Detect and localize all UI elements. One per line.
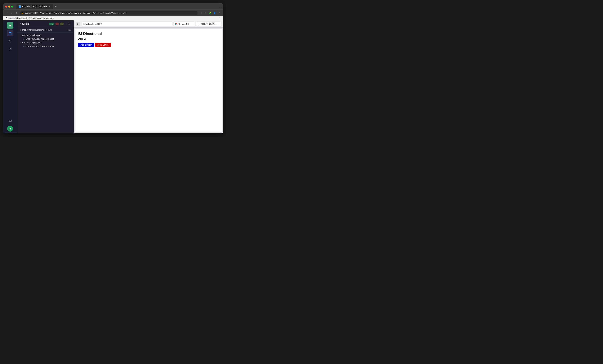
browser-window: module-federation-examples ✕ + ⌄ ‹ › ↻ 🔒… [3,3,223,133]
viewport-icon [198,23,200,25]
extension-button[interactable]: 🧩 [208,11,212,15]
specs-heading: ≡ Specs [20,22,30,25]
test-row-1[interactable]: ✓ Check that App 1 header is exist [20,37,71,41]
preview-nav-icon[interactable]: ⟳ [76,22,80,26]
banner-close-button[interactable]: ✕ [219,17,220,20]
tab-close-button[interactable]: ✕ [48,5,51,8]
tab-more-button[interactable]: ⌄ [219,5,221,8]
title-bar: module-federation-examples ✕ + ⌄ [3,3,223,10]
preview-frame: Bi-Directional App 2 App 2 Button App 1 … [75,29,221,132]
tab-favicon [19,5,21,8]
preview-url-bar[interactable]: http://localhost:3002/ [81,22,172,26]
preview-toolbar: ⟳ http://localhost:3002/ Chrome 109 ▾ 19… [74,21,223,28]
app-content: Bi-Directional App 2 App 2 Button App 1 … [75,29,221,132]
chrome-icon [175,23,177,25]
nav-bar: ‹ › ↻ 🔒 localhost:3002/__/#/specs/runner… [3,10,223,16]
viewport-selector[interactable]: 1920x1080 (61%) ▾ [196,22,221,26]
test-row-2[interactable]: ✓ Check that App 2 header is exist [20,45,71,48]
traffic-lights [5,6,13,8]
suite-row-2[interactable]: ▾ Check example App 2 [20,41,71,45]
test-label-1: Check that App 1 header is exist [25,38,54,40]
main-content: ◼ [3,21,223,133]
svg-rect-2 [9,34,11,34]
checkmark-icon: ✓ [50,23,51,25]
address-text: localhost:3002/__/#/specs/runner?file=ad… [25,12,127,14]
pending-badge: ·· [60,22,64,25]
app-subtitle: App 2 [78,37,218,40]
controlled-banner: Chrome is being controlled by automated … [3,16,223,21]
test-panel: ≡ Specs ✓ 2 × ·· ▾ ↻ [17,21,74,133]
svg-point-6 [9,40,10,41]
tab-bar: module-federation-examples ✕ + ⌄ [16,4,221,9]
dropdown-button[interactable]: ▾ [65,22,67,25]
tab-title: module-federation-examples [22,5,47,8]
minimize-button[interactable] [8,6,10,8]
refresh-tests-button[interactable]: ↻ [68,22,71,25]
back-button[interactable]: ‹ [5,11,9,15]
cypress-logo[interactable]: cy [7,126,13,132]
nav-actions: ⬆ ☆ 🧩 👤 ⋮ [199,11,221,15]
suite-label-2: Check example App 2 [22,42,41,44]
fail-count: × [57,23,58,25]
file-icon: □ [20,29,21,31]
test-pass-icon-1: ✓ [23,38,24,40]
file-name-text: checkAutomaticVendorApps [22,29,46,31]
new-tab-button[interactable]: + [54,5,58,9]
refresh-button[interactable]: ↻ [15,11,19,15]
viewport-chevron-icon: ▾ [219,23,220,25]
test-suites-container: ▾ Check example App 1 ✓ Check that App 1… [17,33,74,49]
file-row[interactable]: □ checkAutomaticVendorApps .cy.ts 00:02 [17,27,74,33]
profile-button[interactable]: 👤 [213,11,217,15]
suite-arrow-icon-1: ▾ [21,34,21,36]
specs-title: Specs [22,22,29,25]
svg-point-8 [9,42,10,42]
suite-label-1: Check example App 1 [22,34,41,36]
svg-rect-0 [9,32,11,33]
app-title: Bi-Directional [78,32,218,36]
viewport-text: 1920x1080 (61%) [201,23,217,25]
lock-icon: 🔒 [22,12,24,14]
test-controls: ✓ 2 × ·· ▾ ↻ [49,22,71,25]
sidebar-icon-settings[interactable] [7,46,13,52]
browser-chevron-icon: ▾ [193,23,194,25]
sidebar-icon-specs[interactable] [7,30,13,36]
suite-arrow-icon-2: ▾ [21,42,21,44]
maximize-button[interactable] [11,6,13,8]
app2-button[interactable]: App 2 Button [78,43,94,47]
test-label-2: Check that App 2 header is exist [25,45,54,48]
pass-count: 2 [52,23,53,25]
address-bar[interactable]: 🔒 localhost:3002/__/#/specs/runner?file=… [20,11,197,15]
sidebar-bottom: cy [7,118,13,132]
test-panel-header: ≡ Specs ✓ 2 × ·· ▾ ↻ [17,21,74,27]
close-button[interactable] [5,6,7,8]
sidebar-icon-keyboard[interactable] [7,118,13,124]
bookmark-button[interactable]: ☆ [204,11,208,15]
banner-text: Chrome is being controlled by automated … [6,17,54,19]
test-pass-icon-2: ✓ [23,45,24,48]
preview-url-text: http://localhost:3002/ [83,23,102,25]
fail-badge: × [55,22,59,25]
svg-rect-1 [9,33,11,33]
active-tab[interactable]: module-federation-examples ✕ [16,4,53,9]
pending-dots: ·· [61,23,62,25]
menu-button[interactable]: ⋮ [217,11,221,15]
file-name-container: □ checkAutomaticVendorApps .cy.ts [20,29,52,31]
suite-row-1[interactable]: ▾ Check example App 1 [20,33,71,37]
svg-point-9 [10,48,11,49]
svg-rect-16 [198,23,200,25]
preview-area: ⟳ http://localhost:3002/ Chrome 109 ▾ 19… [74,21,223,133]
browser-name: Chrome 109 [178,23,189,25]
pass-badge: ✓ 2 [49,22,54,25]
sidebar-icon-status[interactable]: ◼ [7,22,13,29]
sidebar: ◼ [3,21,17,133]
share-button[interactable]: ⬆ [199,11,203,15]
app-buttons: App 2 Button App 1 Button [78,43,218,47]
svg-rect-10 [9,120,12,121]
sidebar-icon-tests[interactable] [7,38,13,44]
test-duration: 00:02 [66,29,71,31]
specs-header-icon: ≡ [20,22,21,25]
app1-button[interactable]: App 1 Button [95,43,111,47]
file-ext-text: .cy.ts [47,29,52,31]
browser-selector[interactable]: Chrome 109 ▾ [174,22,195,26]
forward-button[interactable]: › [10,11,14,15]
